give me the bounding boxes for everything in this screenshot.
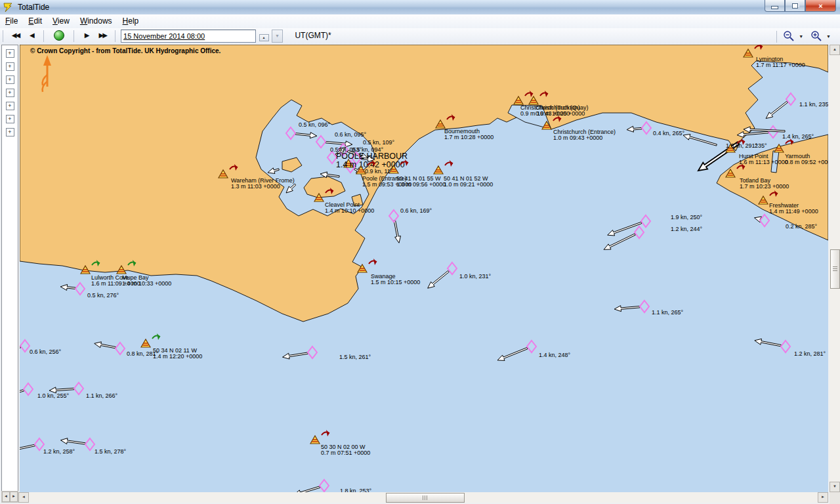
- tree-expander[interactable]: +: [6, 102, 14, 110]
- map-label: POOLE HARBOUR: [336, 152, 408, 161]
- menu-item-windows[interactable]: Windows: [75, 14, 117, 26]
- zoom-out-button[interactable]: [783, 30, 795, 42]
- map-label: 1.0 m 09:21 +0000: [444, 181, 493, 188]
- map-label: 1.0 kn, 231°: [459, 273, 492, 280]
- minimize-icon: [771, 6, 778, 9]
- step-last-button[interactable]: ▶▶: [96, 29, 109, 45]
- map-svg: 0.5 kn, 096°0.6 kn, 095°0.5 kn, 109°0.5 …: [20, 45, 828, 492]
- scroll-up-icon[interactable]: ▲: [830, 45, 840, 55]
- close-icon: ×: [818, 2, 822, 10]
- toolbar-separator: [776, 31, 777, 43]
- menu-item-edit[interactable]: Edit: [23, 14, 47, 26]
- zoom-in-icon: [812, 32, 821, 41]
- zoom-in-button[interactable]: [810, 30, 822, 42]
- map-label: 1.4 kn, 265°: [782, 133, 814, 140]
- restore-icon: [792, 3, 798, 9]
- minimize-button[interactable]: [765, 0, 785, 12]
- map-label: 1.4 m 12:20 +0000: [153, 353, 202, 360]
- go-to-now-button[interactable]: [54, 30, 64, 41]
- map-label: 1.4 m 10:33 +0000: [122, 280, 171, 287]
- map-label: 1.4 m 10:10 +0000: [325, 207, 374, 214]
- resize-corner[interactable]: [830, 492, 840, 504]
- thumb-grip: [423, 495, 428, 500]
- toolbar-separator: [43, 30, 44, 42]
- map-label: 1.7 m 10:23 +0000: [740, 183, 789, 190]
- map-label: 1.3 m 09:56 +0000: [396, 181, 446, 188]
- map-label: 1.4 m 11:49 +0000: [769, 208, 818, 215]
- copyright-notice: © Crown Copyright - from TotalTide. UK H…: [30, 47, 220, 54]
- map-label: 1.9 kn, 250°: [671, 214, 703, 220]
- app-icon: [3, 2, 14, 12]
- window-title: TotalTide: [18, 3, 49, 12]
- map-label: 1.5 m 10:15 +0000: [371, 279, 420, 285]
- map-label: 1.7 m 11:17 +0000: [756, 62, 805, 68]
- toolbar-separator: [3, 30, 3, 42]
- map-label: 1.5 kn, 278°: [94, 448, 127, 455]
- tree-expander[interactable]: +: [6, 75, 14, 84]
- scroll-down-icon[interactable]: ▼: [830, 482, 840, 492]
- zoom-out-dropdown[interactable]: ▼: [799, 34, 803, 39]
- toolbar: ◀◀ ◀ ▶ ▶▶ ▲▼ ▼ UT(GMT)* ▼: [0, 28, 840, 45]
- map-label: 0.4 kn, 265°: [653, 130, 685, 136]
- map-label: 1.8 kn, 253°: [340, 488, 372, 492]
- horizontal-scrollbar[interactable]: ◄ ►: [18, 492, 828, 503]
- map-label: 0.2 kn, 285°: [786, 223, 818, 230]
- map-label: 1.0 m 09:43 +0000: [553, 135, 602, 141]
- tree-expander[interactable]: +: [6, 49, 14, 58]
- vertical-scroll-thumb[interactable]: [830, 249, 840, 289]
- toolbar-separator: [74, 30, 74, 42]
- step-first-button[interactable]: ◀◀: [9, 29, 22, 45]
- datetime-dropdown-button[interactable]: ▼: [272, 30, 283, 43]
- map-label: 1.1 kn, 266°: [86, 392, 118, 399]
- map-label: 1.5 kn, 261°: [339, 354, 371, 360]
- tree-expander[interactable]: +: [6, 62, 14, 71]
- horizontal-scroll-thumb[interactable]: [386, 493, 465, 503]
- zoom-in-dropdown[interactable]: ▼: [826, 34, 831, 39]
- menu-item-view[interactable]: View: [47, 14, 75, 26]
- scroll-left-icon[interactable]: ◄: [18, 492, 29, 503]
- map-canvas[interactable]: © Crown Copyright - from TotalTide. UK H…: [20, 45, 828, 492]
- zoom-out-icon: [784, 32, 793, 41]
- map-label: 1.0 kn, 255°: [37, 392, 70, 399]
- step-back-button[interactable]: ◀: [25, 29, 38, 45]
- tree-expander[interactable]: +: [6, 128, 14, 136]
- scroll-left-icon[interactable]: ◄: [2, 492, 10, 502]
- title-bar[interactable]: TotalTide ×: [0, 0, 840, 15]
- map-label: 1.4 kn, 248°: [539, 352, 571, 358]
- menu-item-file[interactable]: File: [0, 14, 23, 26]
- map-label: 1.2 kn, 258°: [43, 448, 75, 455]
- tree-expander[interactable]: +: [6, 115, 14, 123]
- map-label: 0.6 kn, 095°: [335, 131, 367, 138]
- map-label: 1.7 m 10:28 +0000: [444, 134, 494, 140]
- map-label: 0.8 m 09:52 +0000: [785, 159, 828, 165]
- map-label: 1.1 kn, 265°: [652, 309, 684, 316]
- tree-panel-scrollbar[interactable]: ◄ ►: [1, 491, 18, 503]
- tree-panel[interactable]: +++++++: [1, 45, 18, 492]
- scroll-right-icon[interactable]: ►: [10, 492, 18, 502]
- restore-button[interactable]: [785, 0, 805, 12]
- scroll-right-icon[interactable]: ►: [818, 492, 828, 503]
- thumb-grip: [833, 266, 837, 272]
- map-label: 0.5 kn, 096°: [299, 121, 331, 128]
- close-button[interactable]: ×: [805, 0, 836, 12]
- menu-item-help[interactable]: Help: [117, 14, 144, 26]
- map-label: 1.6 kn, 291°: [726, 142, 758, 149]
- map-label: 235°: [755, 142, 767, 149]
- step-forward-button[interactable]: ▶: [80, 29, 93, 45]
- app-window: TotalTide × FileEditViewWindowsHelp ◀◀ ◀…: [0, 0, 840, 504]
- vertical-scrollbar[interactable]: ▲ ▼: [830, 45, 840, 492]
- map-label: 0.7 m 07:51 +0000: [321, 450, 370, 456]
- datetime-input[interactable]: [121, 30, 256, 43]
- map-label: 0.5 kn, 109°: [363, 139, 395, 146]
- map-label: 0.5 kn, 276°: [87, 292, 119, 299]
- timezone-label: UT(GMT)*: [295, 28, 331, 40]
- map-label: 1.2 kn, 281°: [794, 350, 826, 357]
- map-label: 0.6 kn, 256°: [30, 348, 62, 355]
- spinner-up-icon[interactable]: ▲: [259, 34, 269, 41]
- map-label: 0.6 kn, 169°: [400, 207, 432, 214]
- map-label: 1.1 kn, 235°: [799, 101, 828, 108]
- tree-expander[interactable]: +: [6, 89, 14, 97]
- map-label: 1.6 m 11:13 +0000: [739, 159, 788, 165]
- map-label: 1.2 kn, 244°: [671, 226, 703, 232]
- toolbar-separator: [115, 30, 116, 42]
